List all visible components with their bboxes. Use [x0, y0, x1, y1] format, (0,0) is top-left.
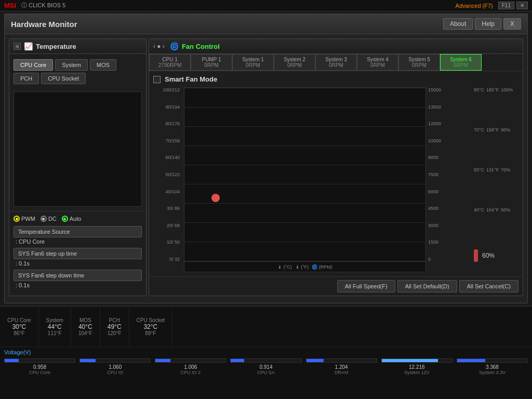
rpm-label-8: 3000	[428, 223, 470, 228]
content-area: ⊞ 📈 Temperature CPU Core System MOS PCH …	[5, 34, 527, 300]
fan-cpu1-rpm: 2790RPM	[154, 62, 186, 68]
fan-curve-dot[interactable]	[211, 194, 220, 202]
fan-panel-title: Fan Control	[182, 43, 220, 50]
pct-row-4: 40°C 104°F 50%	[474, 207, 518, 212]
close-topbar-btn[interactable]: ✕	[516, 2, 528, 9]
cpu-socket-celsius: 32°C	[137, 323, 165, 330]
step-up-btn[interactable]: SYS Fan6 step up time	[14, 248, 142, 259]
dc-option[interactable]: DC	[41, 216, 57, 222]
smart-fan-header: Smart Fan Mode	[153, 75, 518, 83]
fan-panel-header: ‹ ● › 🌀 Fan Control	[149, 39, 523, 54]
smart-fan-checkbox[interactable]	[153, 76, 161, 83]
tab-cpu-core[interactable]: CPU Core	[14, 59, 53, 71]
mos-celsius: 40°C	[78, 323, 92, 330]
step-up-value: : 0.1s	[14, 260, 142, 267]
msi-logo: MSI	[4, 2, 16, 9]
temp-85c: 85°C	[474, 87, 484, 92]
rpm-label-5: 7500	[428, 172, 470, 177]
y-label-4: 60/140	[153, 155, 180, 160]
fan-btn-sys1[interactable]: System 1 0RPM	[232, 54, 274, 71]
fan-btn-sys5[interactable]: System 5 0RPM	[398, 54, 440, 71]
window-buttons: About Help X	[443, 18, 521, 30]
fan-btn-pump1[interactable]: PUMP 1 0RPM	[191, 54, 232, 71]
y-label-2: 80/176	[153, 121, 180, 126]
fan-btn-sys6[interactable]: System 6 0RPM	[440, 54, 482, 71]
temp-panel-title: Temperature	[36, 43, 76, 50]
tab-cpu-socket[interactable]: CPU Socket	[41, 73, 86, 84]
tab-mos[interactable]: MOS	[90, 59, 116, 71]
fan-control-panel: ‹ ● › 🌀 Fan Control CPU 1 2790RPM PUMP 1…	[149, 38, 523, 296]
temp-40c: 40°C	[474, 207, 484, 212]
fan-icon: 🌀	[170, 42, 179, 50]
pct-50: 50%	[501, 207, 510, 212]
volt-val-cpu-io2: 1.006	[184, 364, 197, 370]
fan-sys1-label: System 1	[237, 57, 269, 62]
voltage-title: Voltage(V)	[4, 349, 528, 355]
grid-line-4	[184, 145, 425, 146]
fan-btn-sys2[interactable]: System 2 0RPM	[274, 54, 315, 71]
all-full-speed-btn[interactable]: All Full Speed(F)	[337, 280, 395, 292]
volt-lbl-sys12v: System 12V	[404, 370, 430, 375]
fan-sys2-rpm: 0RPM	[278, 62, 311, 68]
rpm-label-7: 4500	[428, 206, 470, 211]
dc-radio[interactable]	[41, 216, 47, 222]
volt-fill-cpu-core	[5, 359, 19, 362]
temp-185f: 185°F	[486, 87, 499, 92]
temp-item-cpu-socket: CPU Socket 32°C 89°F	[129, 307, 172, 347]
pct-bar-indicator	[474, 249, 478, 262]
fan-sys6-label: System 6	[445, 57, 477, 62]
fan-chart-container: 100/212 90/194 80/176 70/158 60/140 50/1…	[153, 87, 518, 272]
expand-btn[interactable]: ⊞	[14, 43, 21, 50]
grid-line-5	[184, 165, 425, 165]
step-down-btn[interactable]: SYS Fan6 step down time	[14, 270, 142, 281]
volt-bar-cpu-core	[4, 358, 75, 363]
volt-val-cpu-io: 1.060	[109, 364, 122, 370]
step-down-value: : 0.1s	[14, 282, 142, 288]
top-bar: MSI ⓘ CLICK BIOS 5 Advanced (F7) F11 ✕	[0, 0, 532, 11]
volt-lbl-dram: DRAM	[335, 370, 349, 375]
auto-option[interactable]: Auto	[62, 216, 82, 222]
smart-fan-label: Smart Fan Mode	[165, 75, 217, 83]
temp-source-btn[interactable]: Temperature Source	[14, 226, 142, 237]
fan-btn-sys4[interactable]: System 4 0RPM	[357, 54, 398, 71]
volt-bar-dram	[306, 358, 377, 363]
fan-actions: All Full Speed(F) All Set Default(D) All…	[149, 276, 523, 296]
volt-fill-dram	[307, 359, 324, 362]
y-label-0: 100/212	[153, 87, 180, 92]
volt-fill-cpu-io	[80, 359, 96, 362]
tab-system[interactable]: System	[55, 59, 88, 71]
cpu-socket-fahrenheit: 89°F	[137, 330, 165, 336]
volt-lbl-sys33v: System 3.3V	[479, 370, 506, 375]
all-set-cancel-btn[interactable]: All Set Cancel(C)	[459, 280, 518, 292]
hardware-monitor-window: Hardware Monitor About Help X ⊞ 📈 Temper…	[4, 14, 528, 303]
grid-line-6	[184, 184, 425, 184]
volt-item-dram: 1.204 DRAM	[306, 358, 377, 375]
pwm-radio[interactable]	[14, 216, 20, 222]
bottom-temps: CPU Core 30°C 86°F System 44°C 111°F MOS…	[0, 307, 532, 347]
fan-btn-cpu1[interactable]: CPU 1 2790RPM	[149, 54, 191, 71]
pwm-option[interactable]: PWM	[14, 216, 35, 222]
close-button[interactable]: X	[503, 18, 521, 30]
about-button[interactable]: About	[443, 18, 473, 30]
tab-pch[interactable]: PCH	[14, 73, 39, 84]
auto-radio[interactable]	[62, 216, 68, 222]
fan-sys3-rpm: 0RPM	[320, 62, 352, 68]
system-label: System	[46, 317, 63, 323]
pwm-label: PWM	[21, 216, 35, 222]
volt-item-cpu-io: 1.060 CPU IO	[79, 358, 151, 375]
top-bar-title: ⓘ CLICK BIOS 5	[21, 2, 455, 9]
fan-chart-main[interactable]: 🌡 (°C) 🌡 (°F) 🌀 (RPM)	[184, 87, 426, 272]
fan-sys1-rpm: 0RPM	[237, 62, 269, 68]
fan-btn-sys3[interactable]: System 3 0RPM	[315, 54, 357, 71]
volt-item-cpu-io2: 1.006 CPU IO 2	[155, 358, 226, 375]
advanced-mode-label: Advanced (F7)	[456, 3, 493, 9]
volt-lbl-cpu-core: CPU Core	[29, 370, 50, 375]
all-set-default-btn[interactable]: All Set Default(D)	[397, 280, 457, 292]
temp-pct-labels: 85°C 185°F 100% 70°C 158°F 90% 55°C 131°…	[472, 87, 518, 272]
f11-btn[interactable]: F11	[498, 2, 514, 9]
volt-item-sys12v: 12.216 System 12V	[381, 358, 453, 375]
x-axis-fahrenheit: 🌡 (°F)	[295, 264, 309, 270]
pct-row-2: 70°C 158°F 90%	[474, 127, 518, 132]
help-button[interactable]: Help	[475, 18, 501, 30]
y-label-9: 10/ 50	[153, 240, 180, 245]
